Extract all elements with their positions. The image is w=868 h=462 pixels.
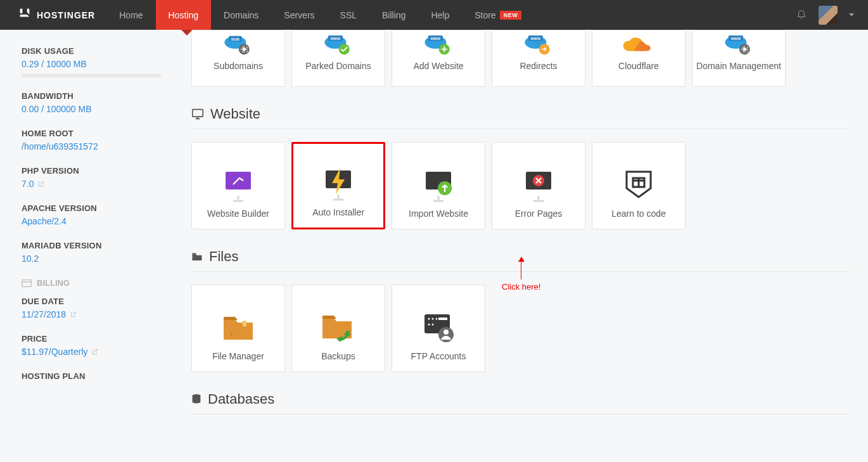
home-root-label: HOME ROOT [22,129,161,138]
mariadb-value[interactable]: 10.2 [22,253,39,264]
folder-icon [191,252,203,262]
svg-rect-23 [193,110,203,117]
home-root-block: HOME ROOT /home/u639351572 [22,129,161,152]
store-new-badge: NEW [500,11,522,20]
svg-rect-24 [226,172,251,189]
notifications-icon[interactable] [796,8,807,22]
disk-usage-block: DISK USAGE 0.29 / 10000 MB [22,46,161,77]
svg-point-33 [428,318,430,320]
bandwidth-value[interactable]: 0.00 / 100000 MB [22,104,92,114]
tile-website-builder[interactable]: Website Builder [191,142,285,229]
svg-text:WWW: WWW [531,37,541,41]
section-title-website: Website [191,106,849,122]
tile-cloudflare[interactable]: Cloudflare [592,30,686,87]
tile-label: Cloudflare [618,61,659,71]
svg-point-35 [436,318,438,320]
nav-hosting[interactable]: Hosting [156,0,211,30]
website-tile-row: Website Builder Auto Installer Import We… [191,142,849,229]
annotation: Click here! [502,257,540,292]
price-block: PRICE $11.97/Quarterly [22,334,161,357]
top-nav: HOSTINGER Home Hosting Domains Servers S… [0,0,868,30]
tile-label: Domain Management [696,61,781,71]
svg-point-40 [444,330,449,335]
card-icon [22,279,32,287]
svg-rect-36 [438,318,447,320]
php-value[interactable]: 7.0 [22,179,44,189]
tile-backups[interactable]: Backups [291,285,385,372]
sidebar: DISK USAGE 0.29 / 10000 MB BANDWIDTH 0.0… [0,30,172,427]
tile-import-website[interactable]: Import Website [392,142,485,229]
due-date-block: DUE DATE 11/27/2018 [22,297,161,320]
svg-text:1: 1 [230,331,233,337]
brand[interactable]: HOSTINGER [0,0,106,30]
nav-help[interactable]: Help [418,0,462,30]
brand-icon [18,7,32,23]
tile-parked-domains[interactable]: WWW Parked Domains [291,30,385,87]
chevron-down-icon[interactable] [849,13,854,16]
tile-label: Learn to code [611,209,666,219]
divider [191,129,849,129]
due-date-value[interactable]: 11/27/2018 [22,309,77,319]
hosting-plan-label: HOSTING PLAN [22,371,161,381]
main-content: SUB Subdomains WWW Parked Domains WWW Ad… [172,30,868,427]
website-builder-icon [219,168,257,202]
disk-usage-label: DISK USAGE [22,46,161,56]
nav-billing[interactable]: Billing [369,0,418,30]
apache-value[interactable]: Apache/2.4 [22,216,67,226]
apache-block: APACHE VERSION Apache/2.4 [22,203,161,227]
price-value[interactable]: $11.97/Quarterly [22,347,98,357]
import-website-icon [419,168,457,202]
tile-label: Auto Installer [312,207,364,217]
svg-point-5 [243,48,246,51]
annotation-text: Click here! [502,282,540,292]
arrow-up-icon [518,257,525,262]
nav-home[interactable]: Home [106,0,155,30]
billing-heading: BILLING [22,278,161,288]
mariadb-block: MARIADB VERSION 10.2 [22,241,161,264]
tile-label: Redirects [520,61,557,71]
parked-domains-icon: WWW [322,35,354,57]
svg-rect-0 [22,279,32,286]
tile-label: File Manager [212,351,264,361]
tile-label: Website Builder [207,209,269,219]
home-root-value[interactable]: /home/u639351572 [22,141,98,151]
tile-add-website[interactable]: WWW Add Website [392,30,485,87]
error-pages-icon [520,168,558,202]
nav-store[interactable]: Store NEW [462,0,534,30]
tile-domain-management[interactable]: WWW Domain Management [692,30,786,87]
svg-text:WWW: WWW [331,37,341,41]
monitor-icon [191,108,204,120]
tile-auto-installer[interactable]: Auto Installer [291,142,385,229]
external-link-icon [70,311,77,318]
tile-label: Backups [321,351,355,361]
files-tile-row: 1 File Manager Backups FTP Accounts [191,285,849,372]
disk-usage-progress [22,74,161,77]
tile-label: Add Website [413,61,463,71]
nav-servers[interactable]: Servers [271,0,327,30]
add-website-icon: WWW [423,35,454,57]
hosting-plan-block: HOSTING PLAN [22,371,161,381]
nav-domains[interactable]: Domains [211,0,271,30]
auto-installer-icon [319,167,357,201]
php-block: PHP VERSION 7.0 [22,166,161,189]
brand-text: HOSTINGER [37,10,95,20]
due-date-label: DUE DATE [22,297,161,306]
disk-usage-value[interactable]: 0.29 / 10000 MB [22,59,87,69]
nav-ssl[interactable]: SSL [328,0,369,30]
apache-label: APACHE VERSION [22,203,161,213]
tile-error-pages[interactable]: Error Pages [492,142,585,229]
avatar[interactable] [819,6,838,25]
tile-subdomains[interactable]: SUB Subdomains [191,30,285,87]
svg-text:SUB: SUB [231,37,240,41]
svg-point-9 [339,44,350,55]
learn-to-code-icon [624,168,653,202]
database-icon [191,394,201,405]
file-manager-icon: 1 [221,311,255,345]
bandwidth-label: BANDWIDTH [22,91,161,101]
tile-learn-to-code[interactable]: Learn to code [592,142,686,229]
php-label: PHP VERSION [22,166,161,176]
tile-redirects[interactable]: WWW Redirects [492,30,585,87]
svg-point-34 [432,318,434,320]
tile-file-manager[interactable]: 1 File Manager [191,285,285,372]
tile-ftp-accounts[interactable]: FTP Accounts [392,285,485,372]
